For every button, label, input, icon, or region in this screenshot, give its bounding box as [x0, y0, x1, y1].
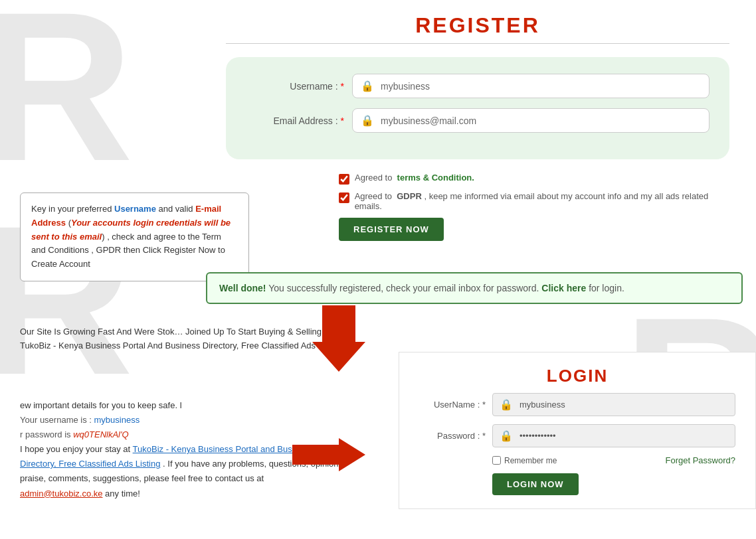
remember-me-label: Remember me [504, 456, 557, 465]
email-lock-icon: 🔒 [361, 114, 374, 127]
login-password-lock-icon: 🔒 [500, 429, 513, 442]
register-title: REGISTER [226, 13, 729, 38]
success-message: Well done! You successfully registered, … [206, 272, 743, 304]
terms-text: Agreed to terms & Condition. [355, 173, 474, 183]
promo-text: Our Site Is Growing Fast And Were Stok… … [20, 327, 345, 350]
enjoy-text1: I hope you enjoy your stay at [20, 444, 133, 454]
terms-checkbox-row: Agreed to terms & Condition. [339, 173, 729, 185]
gdpr-checkbox[interactable] [339, 193, 349, 203]
email-input-wrapper: 🔒 [352, 108, 709, 133]
username-input-wrapper: 🔒 [352, 74, 709, 98]
gdpr-checkbox-row: Agreed to GDPR , keep me informed via em… [339, 191, 729, 211]
username-row: Username : * 🔒 [246, 74, 709, 98]
register-form-area: Username : * 🔒 Email Address : * 🔒 [226, 57, 729, 159]
arrow-down-icon [312, 305, 365, 372]
well-done-text: Well done! [219, 283, 266, 293]
email-username-value: mybusiness [94, 415, 140, 425]
title-divider [226, 43, 729, 44]
email-label: Email Address : * [246, 116, 352, 126]
login-btn-wrap: LOGIN NOW [492, 473, 735, 495]
email-row: Email Address : * 🔒 [246, 108, 709, 133]
checkbox-area: Agreed to terms & Condition. Agreed to G… [339, 173, 729, 211]
username-lock-icon: 🔒 [361, 80, 374, 92]
login-username-input-wrap: 🔒 [492, 393, 735, 416]
contact-link[interactable]: admin@tukobiz.co.ke [20, 489, 102, 499]
click-here-link[interactable]: Click here [541, 283, 586, 293]
email-required: * [341, 116, 344, 126]
login-username-input[interactable] [520, 400, 728, 410]
username-info-row: Your username is : mybusiness [20, 413, 345, 427]
login-title: LOGIN [419, 366, 735, 386]
login-options-row: Remember me Forget Password? [492, 455, 735, 465]
login-password-input-wrap: 🔒 [492, 424, 735, 447]
username-required: * [341, 81, 344, 92]
register-btn-wrap: REGISTER NOW [339, 218, 729, 241]
username-input[interactable] [381, 81, 701, 92]
tooltip-text3: ( [66, 218, 71, 228]
email-password-label: r password is [20, 429, 73, 439]
tooltip-username: Username [114, 204, 156, 214]
tooltip-box: Key in your preferred Username and valid… [20, 193, 249, 281]
gdpr-text: Agreed to GDPR , keep me informed via em… [355, 191, 729, 211]
terms-checkbox[interactable] [339, 174, 349, 185]
tooltip-text2: and valid [156, 204, 195, 214]
login-password-row: Password : * 🔒 [419, 424, 735, 447]
login-username-row: UserName : * 🔒 [419, 393, 735, 416]
contact-text: any time! [105, 489, 140, 499]
success-rest: for login. [589, 283, 624, 293]
email-password-value: wq0TENlkAl'Q [73, 429, 128, 439]
register-now-button[interactable]: REGISTER NOW [339, 218, 444, 241]
login-username-lock-icon: 🔒 [500, 398, 513, 411]
svg-marker-0 [312, 305, 365, 372]
email-username-label: Your username is : [20, 415, 94, 425]
register-section: REGISTER Username : * 🔒 Email Address : … [199, 0, 756, 254]
login-now-button[interactable]: LOGIN NOW [492, 473, 579, 495]
watermark-top-left: R [0, 0, 134, 193]
login-username-label: UserName : * [419, 400, 492, 410]
username-label: Username : * [246, 81, 352, 92]
login-password-label: Password : * [419, 431, 492, 441]
remember-me-checkbox[interactable] [492, 456, 501, 465]
bottom-left-promo: Our Site Is Growing Fast And Were Stok… … [20, 325, 345, 353]
terms-link[interactable]: terms & Condition. [397, 173, 474, 183]
email-input[interactable] [381, 116, 701, 126]
login-section: LOGIN UserName : * 🔒 Password : * 🔒 Reme… [399, 352, 756, 509]
tooltip-text1: Key in your preferred [31, 204, 114, 214]
arrow-right-icon [292, 438, 365, 471]
success-text: You successfully registered, check your … [268, 283, 541, 293]
forget-password-link[interactable]: Forget Password? [666, 455, 736, 465]
important-text: ew important details for you to keep saf… [20, 398, 345, 413]
svg-marker-1 [292, 438, 365, 471]
remember-me-wrapper: Remember me [492, 456, 557, 465]
login-password-input[interactable] [520, 431, 728, 441]
